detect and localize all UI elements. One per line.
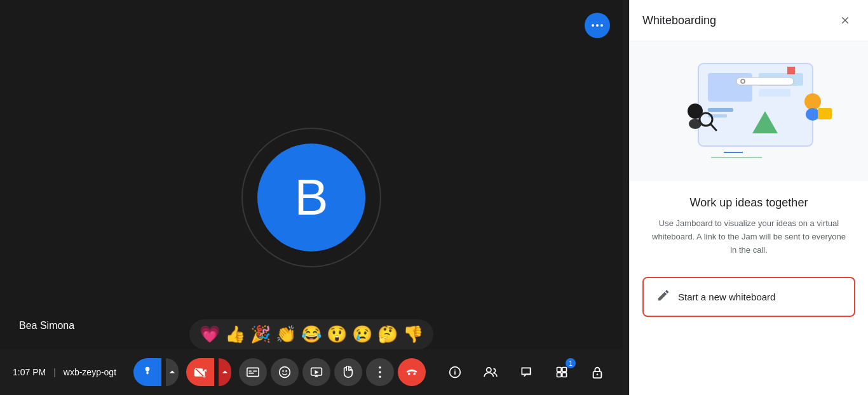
chat-button[interactable] [513, 359, 539, 385]
illustration-area [630, 41, 868, 181]
close-panel-button[interactable] [835, 10, 855, 30]
emoji-thinking[interactable]: 🤔 [377, 325, 398, 344]
svg-marker-10 [315, 370, 318, 375]
panel-description: Use Jamboard to visualize your ideas on … [650, 217, 848, 257]
emoji-clap[interactable]: 👏 [276, 325, 296, 344]
people-button[interactable] [478, 359, 503, 385]
svg-rect-20 [557, 368, 561, 372]
svg-point-25 [597, 373, 599, 375]
present-button[interactable] [302, 358, 330, 386]
right-icons: 1 [442, 359, 610, 385]
svg-point-12 [379, 371, 381, 373]
more-options-button[interactable] [585, 13, 610, 38]
camera-chevron-button[interactable] [219, 358, 231, 386]
svg-point-11 [379, 366, 381, 369]
meeting-code: wxb-zeyp-ogt [64, 367, 116, 377]
info-button[interactable] [442, 359, 468, 385]
svg-rect-15 [413, 373, 415, 375]
svg-point-7 [282, 370, 284, 372]
svg-rect-2 [247, 368, 258, 376]
mic-button[interactable] [133, 358, 161, 386]
emoji-sad[interactable]: 😢 [352, 325, 372, 344]
emoji-bar: 💗 👍 🎉 👏 😂 😲 😢 🤔 👎 [189, 319, 433, 349]
emoji-surprise[interactable]: 😲 [327, 325, 347, 344]
svg-rect-32 [708, 108, 733, 112]
more-button[interactable] [366, 358, 394, 386]
video-area: B Bea Simona 💗 👍 🎉 👏 😂 😲 😢 🤔 👎 1:07 PM |… [0, 0, 623, 395]
bottom-toolbar: 1:07 PM | wxb-zeyp-ogt [0, 349, 623, 395]
emoji-laugh[interactable]: 😂 [301, 325, 322, 344]
start-whiteboard-label: Start a new whiteboard [678, 291, 775, 302]
side-panel: Whiteboarding [629, 0, 868, 395]
svg-point-39 [804, 93, 821, 110]
toolbar-center [133, 358, 426, 386]
activities-button[interactable]: 1 [549, 359, 574, 385]
captions-button[interactable] [239, 358, 267, 386]
raise-hand-button[interactable] [334, 358, 362, 386]
camera-button[interactable] [186, 358, 214, 386]
start-whiteboard-button[interactable]: Start a new whiteboard [642, 277, 855, 317]
three-dots-icon [592, 24, 603, 27]
svg-point-0 [145, 367, 149, 372]
panel-heading: Work up ideas together [650, 196, 848, 210]
svg-rect-42 [787, 67, 795, 74]
pencil-icon [656, 288, 670, 305]
svg-rect-3 [248, 371, 252, 372]
emoji-heart[interactable]: 💗 [200, 325, 220, 344]
svg-rect-1 [146, 371, 148, 374]
svg-rect-21 [562, 368, 567, 372]
avatar-container: B [257, 144, 365, 251]
emoji-thumbsdown[interactable]: 👎 [403, 325, 423, 344]
svg-point-19 [487, 368, 491, 372]
panel-text-area: Work up ideas together Use Jamboard to v… [630, 181, 868, 272]
panel-header: Whiteboarding [630, 0, 868, 41]
svg-rect-4 [253, 371, 257, 372]
emoji-party[interactable]: 🎉 [250, 325, 271, 344]
avatar-circle: B [257, 144, 365, 251]
svg-rect-23 [562, 373, 567, 377]
mic-chevron-button[interactable] [166, 358, 179, 386]
toolbar-left: 1:07 PM | wxb-zeyp-ogt [13, 367, 116, 377]
svg-rect-14 [408, 373, 410, 375]
lock-button[interactable] [585, 359, 610, 385]
svg-point-8 [285, 370, 287, 372]
end-call-button[interactable] [398, 358, 426, 386]
svg-point-40 [806, 108, 820, 121]
svg-rect-5 [248, 373, 254, 374]
svg-point-6 [279, 367, 290, 378]
panel-content: Work up ideas together Use Jamboard to v… [630, 41, 868, 395]
meeting-time: 1:07 PM [13, 367, 46, 377]
svg-point-13 [379, 375, 381, 378]
avatar-letter: B [294, 172, 328, 223]
svg-rect-29 [759, 89, 790, 97]
svg-rect-22 [557, 373, 561, 377]
svg-rect-41 [818, 108, 832, 119]
participant-name: Bea Simona [19, 320, 74, 331]
activities-badge: 1 [566, 358, 576, 368]
emoji-thumbsup[interactable]: 👍 [225, 325, 245, 344]
toolbar-divider: | [53, 367, 56, 377]
emoji-button[interactable] [271, 358, 299, 386]
panel-title: Whiteboarding [642, 14, 716, 27]
